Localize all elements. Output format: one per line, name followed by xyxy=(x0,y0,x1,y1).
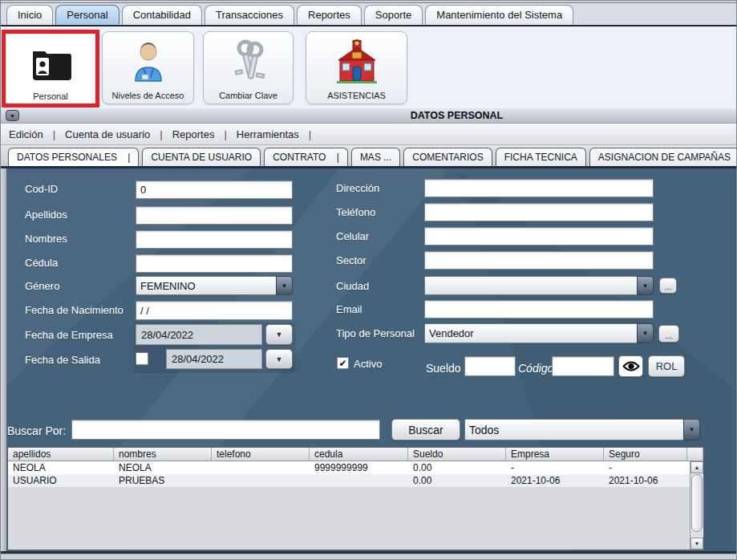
table-body: NEOLA NEOLA 9999999999 0.00 - - USUARIO … xyxy=(8,461,703,550)
column-header-apellidos[interactable]: apellidos xyxy=(8,448,114,461)
fecha-salida-dropdown-button[interactable]: ▼ xyxy=(265,349,293,369)
nombres-field[interactable] xyxy=(136,230,293,249)
tab-cuenta-de-usuario[interactable]: CUENTA DE USUARIO xyxy=(142,148,261,166)
toolbar-personal-button[interactable]: Personal xyxy=(2,30,99,108)
sector-field[interactable] xyxy=(424,251,654,270)
column-header-nombres[interactable]: nombres xyxy=(114,448,212,461)
menu-separator: | xyxy=(309,128,311,140)
fecha-empresa-label: Fecha de Empresa xyxy=(25,329,113,341)
fecha-salida-checkbox[interactable] xyxy=(136,352,148,365)
ciudad-label: Ciudad xyxy=(336,280,369,292)
codigo-field[interactable] xyxy=(552,356,614,376)
tab-personal[interactable]: Personal xyxy=(55,5,119,25)
direccion-label: Dirección xyxy=(336,182,379,194)
tab-contabilidad[interactable]: Contabilidad xyxy=(122,5,202,25)
chevron-down-icon[interactable]: ▼ xyxy=(637,323,654,343)
user-icon xyxy=(126,32,171,91)
toolbar-asistencias-button[interactable]: ASISTENCIAS xyxy=(306,31,407,104)
fecha-empresa-field[interactable]: 28/04/2022 xyxy=(136,324,262,345)
cell-sueldo: 0.00 xyxy=(408,461,506,474)
arrow-up-icon: ▲ xyxy=(694,465,700,470)
column-header-empresa[interactable]: Empresa xyxy=(506,448,604,461)
table-row[interactable]: USUARIO PRUEBAS 0.00 2021-10-06 2021-10-… xyxy=(8,474,703,487)
chevron-down-icon[interactable]: ▼ xyxy=(683,419,700,440)
menubar: Edición | Cuenta de usuario | Reportes |… xyxy=(1,124,736,144)
scroll-up-button[interactable]: ▲ xyxy=(690,461,703,473)
app-window: Inicio Personal Contabilidad Transaccion… xyxy=(0,0,737,560)
tipo-personal-browse-button[interactable]: ... xyxy=(658,325,679,343)
show-password-button[interactable] xyxy=(618,355,643,377)
cell-nombres: PRUEBAS xyxy=(114,474,212,487)
celular-label: Celular xyxy=(336,230,369,242)
email-field[interactable] xyxy=(424,300,654,319)
sueldo-label: Sueldo xyxy=(426,362,461,375)
sueldo-field[interactable] xyxy=(464,356,516,376)
chevron-down-icon[interactable]: ▼ xyxy=(276,276,293,295)
cedula-field[interactable] xyxy=(136,254,293,273)
panel-collapse-button[interactable]: ▼ xyxy=(6,110,19,121)
celular-field[interactable] xyxy=(424,227,654,246)
direccion-field[interactable] xyxy=(424,179,654,197)
ciudad-combobox[interactable]: ▼ xyxy=(424,276,654,295)
tab-soporte[interactable]: Soporte xyxy=(364,5,423,25)
cod-id-field[interactable] xyxy=(136,181,293,199)
genero-value: FEMENINO xyxy=(136,276,276,295)
toolbar-niveles-acceso-button[interactable]: Niveles de Acceso xyxy=(102,31,194,104)
table-row[interactable]: NEOLA NEOLA 9999999999 0.00 - - xyxy=(8,461,703,474)
tab-inicio[interactable]: Inicio xyxy=(6,5,53,25)
fecha-nacimiento-field[interactable] xyxy=(136,301,293,320)
fecha-empresa-dropdown-button[interactable]: ▼ xyxy=(265,324,293,345)
tab-reportes[interactable]: Reportes xyxy=(297,5,362,25)
tab-ficha-tecnica[interactable]: FICHA TECNICA xyxy=(496,148,586,166)
telefono-field[interactable] xyxy=(424,203,654,221)
menu-edicion[interactable]: Edición xyxy=(9,128,43,140)
collapse-arrow-icon: ▼ xyxy=(10,113,15,119)
toolbar-personal-label: Personal xyxy=(33,91,67,101)
cell-telefono xyxy=(212,474,310,487)
toolbar: Personal Niveles de Acceso xyxy=(1,28,736,108)
panel-header: ▼ DATOS PERSONAL xyxy=(1,108,736,124)
tipo-personal-combobox[interactable]: Vendedor ▼ xyxy=(424,323,654,343)
eye-icon xyxy=(622,360,640,372)
tab-mas[interactable]: MAS ... xyxy=(351,148,400,166)
column-header-cedula[interactable]: cedula xyxy=(310,448,408,461)
check-icon: ✔ xyxy=(338,358,346,369)
column-header-telefono[interactable]: telefono xyxy=(212,448,310,461)
toolbar-niveles-acceso-label: Niveles de Acceso xyxy=(112,91,184,100)
chevron-down-icon: ▼ xyxy=(276,355,283,363)
table-scrollbar[interactable]: ▲ ▼ xyxy=(690,461,703,550)
tab-asignacion-campanas[interactable]: ASIGNACION DE CAMPAÑAS xyxy=(589,148,737,166)
filter-combobox[interactable]: Todos ▼ xyxy=(464,419,700,440)
cell-apellidos: NEOLA xyxy=(8,461,114,474)
scroll-down-button[interactable]: ▼ xyxy=(690,538,703,550)
fecha-salida-field[interactable]: 28/04/2022 xyxy=(166,349,262,369)
menu-cuenta-usuario[interactable]: Cuenta de usuario xyxy=(65,128,150,140)
tab-contrato[interactable]: CONTRATO | xyxy=(264,148,348,166)
buscar-button[interactable]: Buscar xyxy=(391,419,460,440)
tab-datos-personales[interactable]: DATOS PERSONALES | xyxy=(8,148,139,166)
tab-mantenimiento[interactable]: Mantenimiento del Sistema xyxy=(425,5,573,25)
apellidos-label: Apellidos xyxy=(25,209,67,221)
chevron-down-icon[interactable]: ▼ xyxy=(637,276,654,295)
toolbar-cambiar-clave-button[interactable]: Cambiar Clave xyxy=(203,31,294,104)
ciudad-browse-button[interactable]: ... xyxy=(659,278,677,294)
menu-herramientas[interactable]: Herramientas xyxy=(237,128,299,140)
menu-reportes[interactable]: Reportes xyxy=(172,128,215,140)
main-tab-bar: Inicio Personal Contabilidad Transaccion… xyxy=(1,3,736,26)
toolbar-asistencias-label: ASISTENCIAS xyxy=(327,91,386,100)
tab-comentarios[interactable]: COMENTARIOS xyxy=(403,148,492,166)
cell-empresa: - xyxy=(506,461,604,474)
genero-combobox[interactable]: FEMENINO ▼ xyxy=(136,276,293,295)
column-header-filler xyxy=(687,448,703,461)
tab-transacciones[interactable]: Transacciones xyxy=(204,5,294,25)
ciudad-value xyxy=(424,276,637,295)
panel-left-border xyxy=(1,168,6,551)
column-header-seguro[interactable]: Seguro xyxy=(604,448,687,461)
rol-button[interactable]: ROL xyxy=(648,355,685,377)
column-header-sueldo[interactable]: Sueldo xyxy=(408,448,506,461)
search-input[interactable] xyxy=(71,420,380,440)
activo-checkbox[interactable]: ✔ xyxy=(337,357,349,369)
scrollbar-thumb[interactable] xyxy=(691,474,703,532)
apellidos-field[interactable] xyxy=(136,206,293,225)
filter-value: Todos xyxy=(464,419,683,440)
